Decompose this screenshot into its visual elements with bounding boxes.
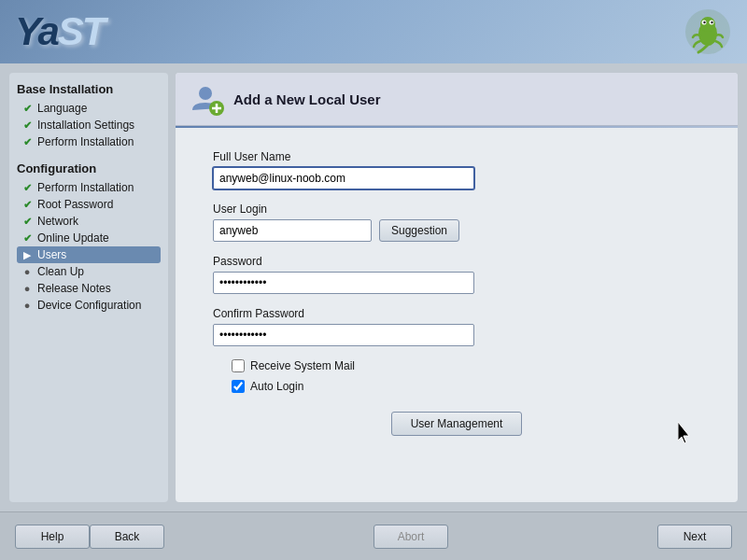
help-button[interactable]: Help — [15, 525, 90, 549]
abort-button[interactable]: Abort — [374, 525, 448, 549]
check-icon: ✔ — [21, 136, 34, 148]
dot-icon: ● — [21, 300, 34, 311]
dot-icon: ● — [21, 283, 34, 294]
user-icon — [190, 82, 224, 116]
user-management-button[interactable]: User Management — [391, 412, 523, 436]
sidebar-item-label: Clean Up — [37, 265, 84, 278]
check-icon: ✔ — [21, 199, 34, 211]
receive-mail-row: Receive System Mail — [232, 359, 700, 372]
check-icon: ✔ — [21, 182, 34, 194]
user-management-row: User Management — [213, 412, 700, 436]
receive-mail-checkbox[interactable] — [232, 359, 245, 372]
check-icon: ✔ — [21, 232, 34, 245]
suggestion-button[interactable]: Suggestion — [379, 219, 459, 242]
check-icon: ✔ — [21, 216, 34, 228]
sidebar-item-label: Language — [37, 102, 87, 115]
sidebar-item-online-update[interactable]: ✔ Online Update — [17, 230, 161, 246]
svg-point-5 — [703, 21, 705, 23]
sidebar: Base Installation ✔ Language ✔ Installat… — [9, 73, 168, 502]
sidebar-item-network[interactable]: ✔ Network — [17, 213, 161, 230]
auto-login-checkbox[interactable] — [232, 380, 245, 393]
footer-left: Help — [15, 525, 90, 549]
svg-point-7 — [199, 87, 212, 100]
full-name-group: Full User Name — [213, 150, 700, 189]
sidebar-item-device-configuration[interactable]: ● Device Configuration — [17, 297, 161, 314]
user-login-input[interactable] — [213, 219, 372, 242]
svg-point-2 — [700, 17, 715, 32]
sidebar-item-language[interactable]: ✔ Language — [17, 100, 161, 117]
footer-center: Back — [90, 525, 164, 549]
checkboxes-area: Receive System Mail Auto Login — [232, 359, 700, 393]
back-button[interactable]: Back — [90, 525, 164, 549]
header: YaST — [0, 0, 747, 63]
full-name-input[interactable] — [213, 167, 474, 189]
next-button[interactable]: Next — [657, 525, 732, 549]
content-panel: Add a New Local User Full User Name User… — [176, 73, 738, 502]
sidebar-item-label: Device Configuration — [37, 299, 141, 312]
base-installation-title: Base Installation — [17, 82, 161, 96]
sidebar-item-label: Perform Installation — [37, 181, 134, 194]
svg-point-6 — [711, 21, 712, 23]
logo-st: ST — [58, 9, 105, 53]
check-icon: ✔ — [21, 103, 34, 115]
yast-logo: YaST — [15, 9, 105, 54]
sidebar-item-label: Release Notes — [37, 282, 111, 295]
sidebar-item-label: Online Update — [37, 231, 109, 245]
arrow-icon: ▶ — [21, 249, 34, 261]
sidebar-item-label: Users — [37, 248, 66, 261]
content-header: Add a New Local User — [176, 73, 738, 126]
footer-abort-area: Abort — [164, 525, 657, 549]
receive-mail-label: Receive System Mail — [250, 359, 355, 372]
sidebar-item-users[interactable]: ▶ Users — [17, 246, 161, 263]
password-input[interactable] — [213, 272, 474, 294]
sidebar-item-installation-settings[interactable]: ✔ Installation Settings — [17, 117, 161, 133]
suse-gecko-icon — [684, 7, 732, 56]
form-area: Full User Name User Login Suggestion Pas… — [176, 128, 738, 502]
sidebar-item-label: Perform Installation — [37, 135, 134, 148]
password-group: Password — [213, 255, 700, 294]
sidebar-item-perform-installation-base[interactable]: ✔ Perform Installation — [17, 133, 161, 150]
dot-icon: ● — [21, 266, 34, 277]
content-title: Add a New Local User — [233, 91, 381, 107]
suse-logo — [684, 7, 732, 59]
auto-login-label: Auto Login — [250, 380, 303, 393]
logo-ya: Ya — [15, 9, 58, 53]
confirm-password-input[interactable] — [213, 324, 474, 346]
password-label: Password — [213, 255, 700, 268]
check-icon: ✔ — [21, 119, 34, 132]
add-user-icon — [190, 82, 224, 116]
footer: Help Back Abort Next — [0, 511, 747, 560]
sidebar-item-label: Installation Settings — [37, 119, 134, 132]
confirm-password-label: Confirm Password — [213, 307, 700, 320]
main-area: Base Installation ✔ Language ✔ Installat… — [0, 63, 747, 511]
sidebar-item-label: Network — [37, 215, 78, 228]
sidebar-item-cleanup[interactable]: ● Clean Up — [17, 263, 161, 280]
user-login-row: Suggestion — [213, 219, 700, 242]
configuration-title: Configuration — [17, 161, 161, 175]
footer-right: Next — [657, 525, 732, 549]
sidebar-item-perform-installation[interactable]: ✔ Perform Installation — [17, 179, 161, 196]
user-login-label: User Login — [213, 203, 700, 216]
sidebar-item-root-password[interactable]: ✔ Root Password — [17, 196, 161, 213]
sidebar-item-release-notes[interactable]: ● Release Notes — [17, 280, 161, 297]
user-login-group: User Login Suggestion — [213, 203, 700, 242]
sidebar-item-label: Root Password — [37, 198, 113, 211]
auto-login-row: Auto Login — [232, 380, 700, 393]
full-name-label: Full User Name — [213, 150, 700, 163]
confirm-password-group: Confirm Password — [213, 307, 700, 346]
